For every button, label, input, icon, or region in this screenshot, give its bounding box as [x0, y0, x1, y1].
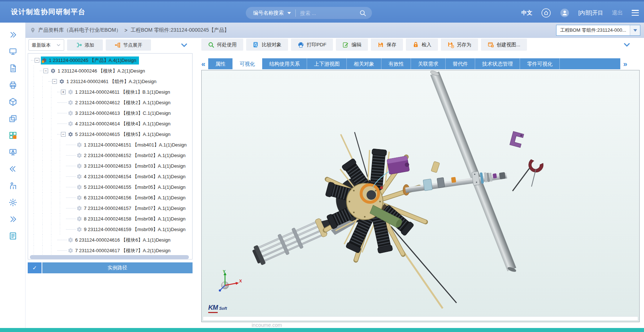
- collapse-node-icon[interactable]: −: [43, 69, 48, 73]
- chevron-down-icon[interactable]: [630, 25, 640, 35]
- context-object-select[interactable]: 工程BOM 零组件:231124-000...: [556, 25, 640, 36]
- home-icon[interactable]: [541, 8, 551, 18]
- tab-related-requirements[interactable]: 关联需求: [411, 58, 446, 69]
- tree-node-content[interactable]: 7 231124-000024617 【模块7】A.2(1)Design: [67, 247, 173, 255]
- tab-related-objects[interactable]: 相关对象: [347, 58, 381, 69]
- tree-node-content[interactable]: 1 231124-00002461 【组件】A.2(1)Design: [58, 78, 159, 86]
- screen-share-icon[interactable]: [0, 144, 26, 160]
- instance-path-checkbox[interactable]: ✓: [28, 262, 42, 273]
- tree-node-content[interactable]: 6 231124-0000246156 【msbr06】A.1(1)Design: [76, 194, 188, 202]
- tree-node[interactable]: 4 231124-0000246154 【msbr04】A.1(1)Design: [28, 171, 192, 182]
- add-button[interactable]: 添加: [67, 39, 103, 51]
- tree-node[interactable]: 2 231124-000024612 【模块2】A.1(1)Design: [28, 97, 192, 108]
- toolbar-more-chevron[interactable]: [623, 41, 631, 49]
- tree-node[interactable]: 3 231124-000024613 【模块3】C.1(1)Design: [28, 108, 192, 118]
- tree-node[interactable]: 7 231124-0000246157 【msbr07】A.1(1)Design: [28, 203, 192, 214]
- tab-technical-state-management[interactable]: 技术状态管理: [475, 58, 520, 69]
- tree-node[interactable]: −5 231124-000024615 【模块5】A.1(1)Design: [28, 129, 192, 140]
- tab-effectivity[interactable]: 有效性: [381, 58, 411, 69]
- chevrons-right-2-icon[interactable]: [0, 211, 26, 227]
- chevrons-left-icon[interactable]: [0, 160, 26, 177]
- tree-node[interactable]: 8 231124-0000246158 【msbr08】A.1(1)Design: [28, 214, 192, 224]
- workstation-icon[interactable]: [0, 177, 26, 194]
- current-user[interactable]: [内部]开目: [578, 9, 603, 16]
- viewer-horizontal-scrollbar[interactable]: [203, 316, 638, 321]
- form-icon[interactable]: [0, 227, 26, 244]
- tree-node-content[interactable]: 8 231124-0000246158 【msbr08】A.1(1)Design: [76, 215, 188, 223]
- breadcrumb-current[interactable]: 工程BOM 零组件:231124-0000245【产品】: [131, 27, 229, 34]
- chevrons-right-icon[interactable]: [0, 26, 26, 43]
- search-input[interactable]: [296, 10, 359, 16]
- save-as-button[interactable]: 另存为: [441, 39, 478, 51]
- document-icon[interactable]: [0, 60, 26, 77]
- tree-node-content[interactable]: 1 231124-0000245 【产品】A.4(1)Design: [41, 56, 139, 65]
- tab-scroll-left-icon[interactable]: «: [201, 58, 205, 69]
- tree-node-content[interactable]: 3 231124-000024613 【模块3】C.1(1)Design: [67, 109, 173, 117]
- check-in-button[interactable]: 检入: [406, 39, 438, 51]
- tree-node[interactable]: 6 231124-000024616 【模块6】A.1(1)Design: [28, 235, 192, 245]
- language-button[interactable]: 中文: [521, 9, 532, 16]
- tree-node[interactable]: 2 231124-0000246152 【msbr02】A.1(1)Design: [28, 150, 192, 161]
- tree-node[interactable]: 3 231124-0000246153 【msbr03】A.1(1)Design: [28, 161, 192, 171]
- menu-icon[interactable]: [632, 10, 639, 16]
- tree-node[interactable]: 7 231124-000024617 【模块7】A.2(1)Design: [28, 245, 192, 256]
- tree-node-content[interactable]: 5 231124-0000246155 【msbr05】A.1(1)Design: [76, 183, 188, 191]
- where-used-button[interactable]: 何处使用: [201, 39, 243, 51]
- node-expand-button[interactable]: 节点展开: [106, 39, 151, 51]
- search-icon[interactable]: [359, 9, 367, 17]
- tree-node-content[interactable]: 2 231124-000024612 【模块2】A.1(1)Design: [67, 99, 173, 107]
- tab-scroll-right-icon[interactable]: »: [623, 58, 627, 69]
- tree-node[interactable]: 5 231124-0000246155 【msbr05】A.1(1)Design: [28, 182, 192, 192]
- tree-node-content[interactable]: 1 231124-0000246 【模块】A.2(1)Design: [50, 67, 148, 75]
- tree-node-content[interactable]: 5 231124-000024615 【模块5】A.1(1)Design: [67, 130, 173, 138]
- collapse-node-icon[interactable]: −: [35, 58, 39, 63]
- tree-node[interactable]: 6 231124-0000246156 【msbr06】A.1(1)Design: [28, 192, 192, 203]
- tree-node-content[interactable]: 1 231124-000024611 【模块1】B.1(1)Design: [67, 88, 172, 96]
- tree-node[interactable]: −1 231124-0000245 【产品】A.4(1)Design: [28, 55, 192, 66]
- tree-node[interactable]: 9 231124-0000246159 【msbr09】A.1(1)Design: [28, 224, 192, 235]
- cube-icon[interactable]: [0, 93, 26, 110]
- expand-node-icon[interactable]: +: [61, 90, 66, 94]
- tree-node-content[interactable]: 6 231124-000024616 【模块6】A.1(1)Design: [67, 236, 173, 244]
- tab-substitute-parts[interactable]: 替代件: [446, 58, 475, 69]
- monitor-icon[interactable]: [0, 43, 26, 60]
- tab-properties[interactable]: 属性: [208, 58, 233, 69]
- copy-icon[interactable]: [0, 110, 26, 127]
- gear-icon[interactable]: [0, 194, 26, 211]
- chevron-down-icon[interactable]: [287, 12, 291, 14]
- save-button[interactable]: 保存: [371, 39, 403, 51]
- collapse-node-icon[interactable]: −: [61, 132, 66, 137]
- instance-path-header[interactable]: 实例路径: [42, 262, 193, 273]
- print-pdf-button[interactable]: 打印PDF: [291, 39, 333, 51]
- create-view-button[interactable]: 创建视图...: [481, 39, 527, 51]
- compare-object-button[interactable]: 比较对象: [246, 39, 288, 51]
- breadcrumb-root[interactable]: 产品资料库（高科电子行业/EBOM）: [38, 27, 121, 34]
- version-select[interactable]: 最新版本: [28, 39, 64, 51]
- collapse-node-icon[interactable]: −: [52, 79, 57, 84]
- tree-node-content[interactable]: 4 231124-000024614 【模块4】A.1(1)Design: [67, 120, 173, 128]
- tree-node[interactable]: −1 231124-00002461 【组件】A.2(1)Design: [28, 76, 192, 87]
- dashboard-icon[interactable]: [0, 127, 26, 144]
- search-category-select[interactable]: 编号名称搜索: [246, 10, 284, 16]
- printer-icon[interactable]: [0, 77, 26, 93]
- user-icon[interactable]: [560, 8, 570, 18]
- 3d-model-canvas[interactable]: [202, 70, 639, 322]
- tree-node-content[interactable]: 4 231124-0000246154 【msbr04】A.1(1)Design: [76, 173, 188, 181]
- tree-node-content[interactable]: 2 231124-0000246152 【msbr02】A.1(1)Design: [76, 152, 188, 160]
- tab-part-visualization[interactable]: 零件可视化: [520, 58, 560, 69]
- tree-node-content[interactable]: 9 231124-0000246159 【msbr09】A.1(1)Design: [76, 226, 188, 234]
- tree-collapse-chevron[interactable]: [180, 41, 188, 49]
- tree-node-content[interactable]: 7 231124-0000246157 【msbr07】A.1(1)Design: [76, 204, 188, 212]
- tree-node[interactable]: +1 231124-000024611 【模块1】B.1(1)Design: [28, 87, 192, 97]
- tree-node-content[interactable]: 1 231124-0000246151 【msb401】A.1(1)Design: [76, 141, 189, 149]
- tab-visualization[interactable]: 可视化: [233, 58, 262, 69]
- tree-node[interactable]: −1 231124-0000246 【模块】A.2(1)Design: [28, 66, 192, 76]
- tab-upstream-downstream-view[interactable]: 上下游视图: [307, 58, 347, 69]
- tab-structure-usage-relation[interactable]: 结构使用关系: [262, 58, 307, 69]
- edit-button[interactable]: 编辑: [336, 39, 368, 51]
- tree-node-content[interactable]: 3 231124-0000246153 【msbr03】A.1(1)Design: [76, 162, 188, 170]
- logout-button[interactable]: 退出: [612, 9, 623, 16]
- tree-node[interactable]: 1 231124-0000246151 【msb401】A.1(1)Design: [28, 140, 192, 150]
- tree-horizontal-scrollbar[interactable]: [30, 255, 189, 259]
- tree-node[interactable]: 4 231124-000024614 【模块4】A.1(1)Design: [28, 118, 192, 129]
